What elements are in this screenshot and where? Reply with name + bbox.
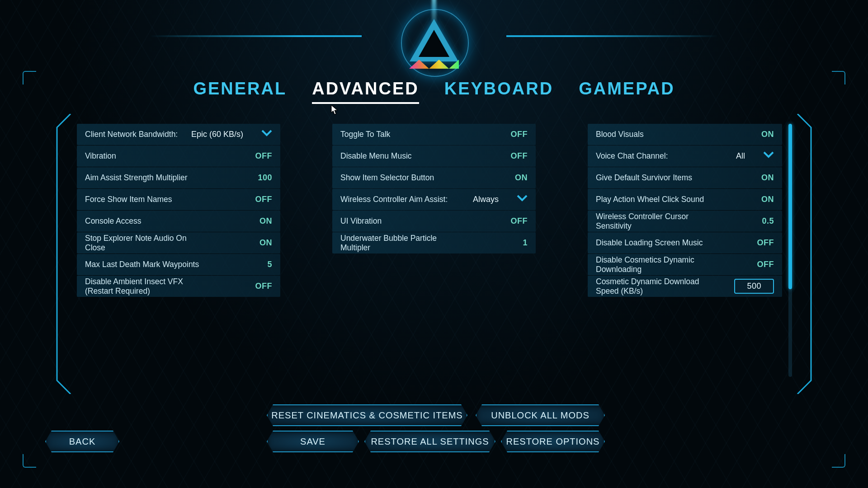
setting-max-death-waypoints[interactable]: Max Last Death Mark Waypoints 5 (77, 254, 280, 275)
setting-label: Toggle To Talk (340, 130, 390, 139)
restore-all-button[interactable]: RESTORE ALL SETTINGS (364, 431, 495, 452)
setting-voice-chat-channel[interactable]: Voice Chat Channel: All (588, 145, 782, 167)
settings-column-left: Client Network Bandwidth: Epic (60 KB/s)… (77, 124, 280, 297)
setting-wireless-cursor-sensitivity[interactable]: Wireless Controller Cursor Sensitivity 0… (588, 211, 782, 232)
setting-label: Stop Explorer Note Audio On Close (85, 234, 201, 252)
setting-default-survivor-items[interactable]: Give Default Survivor Items ON (588, 167, 782, 188)
unblock-mods-button[interactable]: UNBLOCK ALL MODS (476, 404, 605, 426)
frame-corner-bl (23, 454, 36, 468)
chevron-down-icon (517, 195, 528, 204)
setting-label: Client Network Bandwidth: (85, 130, 178, 139)
setting-ui-vibration[interactable]: UI Vibration OFF (332, 211, 536, 232)
setting-label: Max Last Death Mark Waypoints (85, 260, 199, 269)
setting-value: OFF (511, 151, 528, 161)
setting-label: Aim Assist Strength Multiplier (85, 173, 188, 182)
setting-value: 1 (523, 238, 528, 248)
setting-show-item-selector[interactable]: Show Item Selector Button ON (332, 167, 536, 188)
mouse-cursor-icon (331, 105, 338, 115)
setting-vibration[interactable]: Vibration OFF (77, 145, 280, 167)
setting-value: ON (761, 195, 774, 204)
setting-toggle-to-talk[interactable]: Toggle To Talk OFF (332, 124, 536, 145)
tab-keyboard[interactable]: KEYBOARD (444, 79, 553, 104)
setting-cosmetic-download-speed[interactable]: Cosmetic Dynamic Download Speed (KB/s) 5… (588, 276, 782, 297)
setting-label: Underwater Bubble Particle Multipler (340, 234, 457, 252)
setting-blood-visuals[interactable]: Blood Visuals ON (588, 124, 782, 145)
setting-label: Cosmetic Dynamic Download Speed (KB/s) (596, 277, 706, 295)
setting-disable-loading-music[interactable]: Disable Loading Screen Music OFF (588, 232, 782, 253)
setting-bubble-multiplier[interactable]: Underwater Bubble Particle Multipler 1 (332, 232, 536, 253)
setting-label: Play Action Wheel Click Sound (596, 195, 704, 204)
frame-bracket-left (52, 114, 80, 396)
setting-value: OFF (255, 151, 273, 161)
setting-value: OFF (511, 216, 528, 226)
tab-general[interactable]: GENERAL (193, 79, 287, 104)
setting-label: Wireless Controller Cursor Sensitivity (596, 212, 706, 230)
setting-aim-assist-strength[interactable]: Aim Assist Strength Multiplier 100 (77, 167, 280, 188)
setting-label: Vibration (85, 151, 116, 160)
tab-gamepad[interactable]: GAMEPAD (579, 79, 675, 104)
setting-value: ON (761, 173, 774, 183)
setting-label: Disable Cosmetics Dynamic Downloading (596, 255, 706, 273)
dropdown-value: Always (473, 195, 499, 204)
back-button[interactable]: BACK (45, 431, 119, 452)
frame-corner-br (832, 454, 845, 468)
setting-label: Disable Menu Music (340, 151, 412, 160)
setting-label: Voice Chat Channel: (596, 151, 668, 160)
setting-console-access[interactable]: Console Access ON (77, 211, 280, 232)
dropdown-value: Epic (60 KB/s) (191, 130, 243, 139)
setting-value: OFF (511, 130, 528, 139)
setting-client-bandwidth[interactable]: Client Network Bandwidth: Epic (60 KB/s) (77, 124, 280, 145)
setting-label: Force Show Item Names (85, 195, 172, 204)
setting-label: Console Access (85, 216, 142, 225)
header-accent-left (149, 35, 362, 37)
setting-disable-insect-vfx[interactable]: Disable Ambient Insect VFX (Restart Requ… (77, 276, 280, 297)
restore-options-button[interactable]: RESTORE OPTIONS (501, 431, 605, 452)
tab-advanced[interactable]: ADVANCED (312, 79, 419, 104)
dropdown-value: All (736, 151, 745, 161)
setting-value: OFF (757, 260, 774, 269)
settings-column-middle: Toggle To Talk OFF Disable Menu Music OF… (332, 124, 536, 297)
setting-value: 5 (267, 260, 272, 269)
setting-disable-menu-music[interactable]: Disable Menu Music OFF (332, 145, 536, 167)
game-logo (396, 0, 472, 72)
chevron-down-icon (763, 151, 774, 161)
setting-label: Disable Ambient Insect VFX (Restart Requ… (85, 277, 201, 295)
settings-tabs: GENERAL ADVANCED KEYBOARD GAMEPAD (0, 79, 868, 104)
setting-action-wheel-click-sound[interactable]: Play Action Wheel Click Sound ON (588, 189, 782, 210)
chevron-down-icon (261, 130, 272, 139)
setting-label: Show Item Selector Button (340, 173, 434, 182)
setting-label: UI Vibration (340, 216, 382, 225)
setting-value: ON (259, 216, 272, 226)
setting-value: 100 (258, 173, 272, 183)
reset-cinematics-button[interactable]: RESET CINEMATICS & COSMETIC ITEMS (267, 404, 467, 426)
setting-label: Disable Loading Screen Music (596, 238, 703, 247)
setting-label: Give Default Survivor Items (596, 173, 692, 182)
settings-columns: Client Network Bandwidth: Epic (60 KB/s)… (77, 124, 791, 297)
setting-value: ON (259, 238, 272, 248)
header-accent-right (506, 35, 719, 37)
save-button[interactable]: SAVE (267, 431, 359, 452)
setting-value: ON (761, 130, 774, 139)
setting-value: OFF (255, 195, 273, 204)
settings-column-right: Blood Visuals ON Voice Chat Channel: All… (588, 124, 791, 297)
setting-stop-explorer-note-audio[interactable]: Stop Explorer Note Audio On Close ON (77, 232, 280, 253)
setting-disable-cosmetics-download[interactable]: Disable Cosmetics Dynamic Downloading OF… (588, 254, 782, 275)
setting-value-input[interactable]: 500 (734, 279, 774, 294)
setting-value: ON (515, 173, 528, 183)
setting-value: OFF (255, 282, 273, 291)
setting-value: 0.5 (762, 216, 774, 226)
frame-bracket-right (788, 114, 816, 396)
setting-label: Wireless Controller Aim Assist: (340, 195, 448, 204)
setting-wireless-aim-assist[interactable]: Wireless Controller Aim Assist: Always (332, 189, 536, 210)
scrollbar-thumb[interactable] (788, 124, 792, 289)
setting-label: Blood Visuals (596, 130, 644, 139)
setting-value: OFF (757, 238, 774, 248)
setting-force-show-item-names[interactable]: Force Show Item Names OFF (77, 189, 280, 210)
